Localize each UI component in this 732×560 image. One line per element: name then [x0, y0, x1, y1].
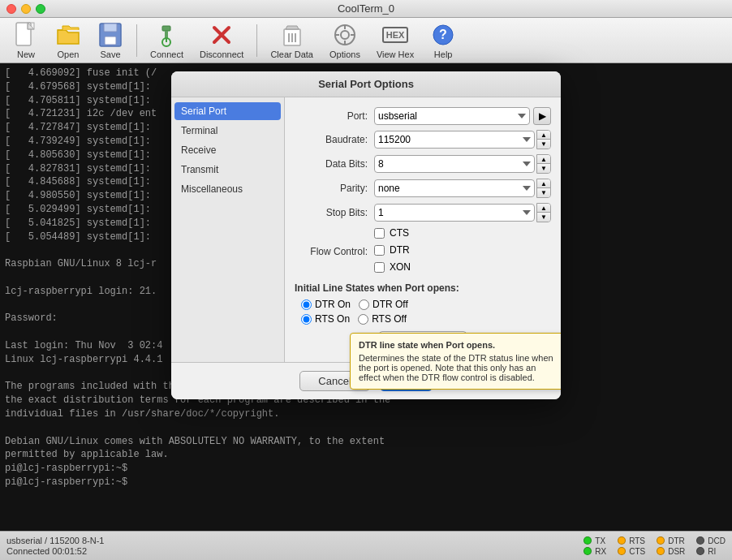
options-label: Options — [329, 50, 360, 59]
tooltip-body: Determines the state of the DTR status l… — [359, 353, 560, 382]
stopbits-stepper-wrap: 11.52 ▲ ▼ — [374, 203, 551, 222]
baudrate-up[interactable]: ▲ — [537, 131, 550, 140]
rts-on-radio[interactable]: RTS On — [301, 313, 350, 325]
parity-up[interactable]: ▲ — [537, 179, 550, 188]
databits-down[interactable]: ▼ — [537, 164, 550, 173]
cts-label: CTS — [629, 547, 645, 556]
tx-label: TX — [595, 536, 605, 545]
dialog-body: Serial Port Terminal Receive Transmit Mi… — [171, 97, 561, 362]
parity-select[interactable]: noneoddeven — [374, 179, 535, 197]
rts-led — [618, 536, 626, 545]
save-button[interactable]: Save — [91, 19, 130, 62]
dsr-label: DSR — [668, 547, 685, 556]
cts-text: CTS — [390, 227, 409, 239]
connect-label: Connect — [150, 50, 183, 59]
view-hex-button[interactable]: HEX View Hex — [370, 19, 420, 62]
stopbits-stepper: ▲ ▼ — [536, 203, 551, 222]
new-icon — [13, 22, 39, 48]
nav-miscellaneous[interactable]: Miscellaneous — [174, 180, 281, 198]
baudrate-label: Baudrate: — [295, 134, 368, 145]
open-button[interactable]: Open — [49, 19, 88, 62]
rts-label: RTS — [629, 536, 645, 545]
minimize-button[interactable] — [21, 4, 31, 14]
svg-rect-5 — [162, 26, 170, 31]
stopbits-down[interactable]: ▼ — [537, 213, 550, 222]
dialog-nav: Serial Port Terminal Receive Transmit Mi… — [171, 97, 285, 362]
parity-down[interactable]: ▼ — [537, 188, 550, 197]
clear-data-icon — [279, 22, 305, 48]
baudrate-row: Baudrate: 9600192003840057600115200 ▲ ▼ — [295, 130, 551, 149]
dsr-led — [657, 547, 665, 555]
status-indicators: TX RX RTS CTS DTR DSR — [583, 536, 726, 556]
nav-terminal[interactable]: Terminal — [174, 122, 281, 140]
parity-row: Parity: noneoddeven ▲ ▼ — [295, 179, 551, 198]
new-button[interactable]: New — [6, 19, 45, 62]
dcd-led — [696, 536, 704, 545]
rts-off-input[interactable] — [358, 314, 368, 325]
ri-led — [696, 547, 704, 555]
baudrate-stepper: ▲ ▼ — [536, 130, 551, 149]
nav-receive[interactable]: Receive — [174, 141, 281, 159]
window-title: CoolTerm_0 — [338, 2, 394, 15]
dtr-on-input[interactable] — [301, 299, 312, 310]
dtr-on-radio[interactable]: DTR On — [301, 299, 351, 310]
baudrate-down[interactable]: ▼ — [537, 140, 550, 149]
xon-checkbox[interactable] — [374, 262, 385, 273]
connect-icon — [153, 22, 179, 48]
status-group-dcd-ri: DCD RI — [696, 536, 726, 556]
svg-rect-4 — [105, 37, 116, 45]
port-control: usbserial ▶ — [374, 107, 551, 125]
dtr-checkbox[interactable] — [374, 245, 385, 256]
disconnect-button[interactable]: Disconnect — [193, 19, 250, 62]
maximize-button[interactable] — [36, 4, 45, 14]
svg-text:?: ? — [439, 28, 447, 41]
parity-stepper: ▲ ▼ — [536, 179, 551, 198]
disconnect-label: Disconnect — [200, 50, 243, 59]
databits-up[interactable]: ▲ — [537, 155, 550, 164]
toolbar: New Open Save Connect Disconnect Clear D… — [0, 18, 732, 63]
close-button[interactable] — [6, 4, 16, 14]
linestates-title: Initial Line States when Port opens: — [295, 282, 551, 294]
baudrate-select[interactable]: 9600192003840057600115200 — [374, 131, 535, 149]
databits-select[interactable]: 5678 — [374, 155, 535, 173]
help-button[interactable]: ? Help — [424, 19, 463, 62]
dtr-off-radio[interactable]: DTR Off — [359, 299, 408, 310]
parity-control: noneoddeven ▲ ▼ — [374, 179, 551, 198]
status-connection: usbserial / 115200 8-N-1 — [6, 536, 583, 545]
nav-serial-port[interactable]: Serial Port — [174, 102, 281, 120]
status-info: usbserial / 115200 8-N-1 Connected 00:01… — [6, 536, 583, 556]
dtr-text: DTR — [390, 244, 410, 256]
status-group-tx-rx: TX RX — [583, 536, 606, 556]
dtr-off-input[interactable] — [359, 299, 369, 310]
view-hex-label: View Hex — [377, 50, 414, 59]
nav-transmit[interactable]: Transmit — [174, 161, 281, 179]
stopbits-control: 11.52 ▲ ▼ — [374, 203, 551, 222]
status-group-dtr-dsr: DTR DSR — [657, 536, 685, 556]
stopbits-up[interactable]: ▲ — [537, 204, 550, 213]
stopbits-label: Stop Bits: — [295, 207, 368, 218]
cts-led — [618, 547, 626, 555]
port-select[interactable]: usbserial — [374, 107, 530, 125]
options-button[interactable]: Options — [323, 19, 367, 62]
dtr-label: DTR — [668, 536, 685, 545]
sep2 — [256, 24, 257, 57]
cts-row: CTS — [374, 227, 411, 239]
rts-off-radio[interactable]: RTS Off — [358, 313, 407, 325]
xon-text: XON — [390, 261, 411, 273]
flowcontrol-row: Flow Control: CTS DTR XON — [295, 227, 551, 276]
dsr-indicator: DSR — [657, 547, 685, 556]
databits-stepper: ▲ ▼ — [536, 154, 551, 174]
parity-label: Parity: — [295, 183, 368, 194]
stopbits-select[interactable]: 11.52 — [374, 204, 535, 222]
port-nav-button[interactable]: ▶ — [533, 107, 551, 125]
disconnect-icon — [209, 22, 235, 48]
rts-on-input[interactable] — [301, 314, 312, 325]
cts-checkbox[interactable] — [374, 228, 385, 239]
dtr-row: DTR — [374, 244, 411, 256]
save-label: Save — [100, 50, 120, 59]
clear-data-button[interactable]: Clear Data — [264, 19, 320, 62]
databits-label: Data Bits: — [295, 158, 368, 170]
tx-indicator: TX — [583, 536, 606, 545]
connect-button[interactable]: Connect — [144, 19, 190, 62]
databits-control: 5678 ▲ ▼ — [374, 154, 551, 174]
